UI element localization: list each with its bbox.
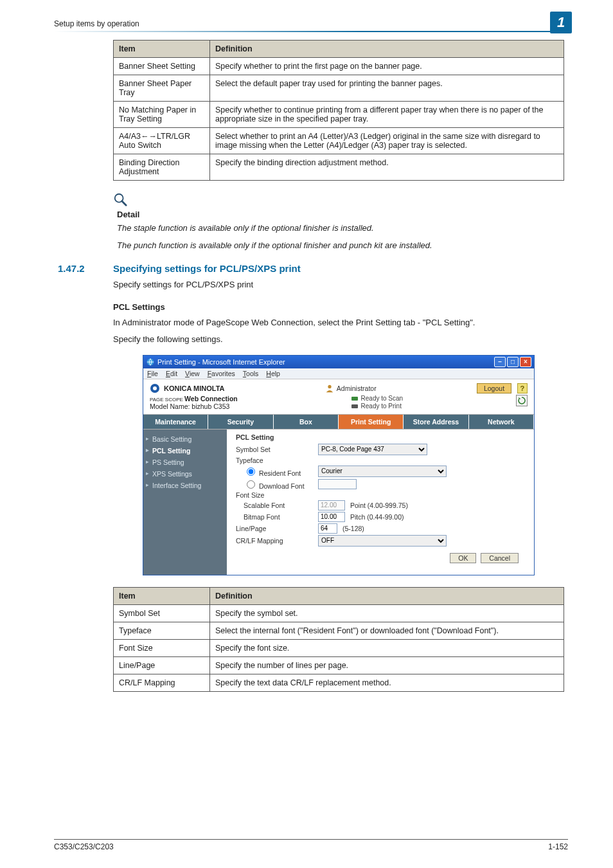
menu-favorites[interactable]: Favorites (208, 370, 235, 377)
maximize-button[interactable]: □ (507, 357, 519, 367)
svg-rect-6 (351, 397, 358, 401)
refresh-icon (518, 397, 526, 404)
sidebar-item-interface[interactable]: Interface Setting (143, 480, 227, 491)
input-bitmap-font[interactable] (318, 512, 345, 522)
sidebar-item-pcl[interactable]: PCL Setting (143, 445, 227, 457)
table-row: Binding Direction Adjustment Specify the… (114, 154, 564, 181)
ready-scan-label: Ready to Scan (361, 395, 404, 402)
table-row: CR/LF Mapping Specify the text data CR/L… (114, 674, 564, 691)
th-definition: Definition (210, 587, 564, 604)
tab-box[interactable]: Box (274, 415, 339, 429)
magnifier-icon (113, 192, 127, 206)
table-row: Line/Page Specify the number of lines pe… (114, 656, 564, 674)
sidebar-item-basic[interactable]: Basic Setting (143, 433, 227, 445)
cell-item: Banner Sheet Setting (114, 58, 210, 75)
table-row: Banner Sheet Setting Specify whether to … (114, 58, 564, 75)
th-definition: Definition (210, 41, 564, 58)
brand-name: KONICA MINOLTA (164, 384, 225, 392)
cell-item: Banner Sheet Paper Tray (114, 75, 210, 102)
range-line-page: (5-128) (342, 525, 364, 532)
ready-print-label: Ready to Print (361, 402, 402, 410)
menu-tools[interactable]: Tools (243, 370, 259, 377)
sub-heading: PCL Settings (113, 302, 564, 312)
input-download-font[interactable] (318, 479, 357, 489)
tab-bar: Maintenance Security Box Print Setting S… (143, 414, 534, 429)
svg-line-1 (122, 201, 126, 205)
cancel-button[interactable]: Cancel (481, 553, 519, 563)
refresh-button[interactable] (516, 395, 528, 406)
label-typeface: Typeface (236, 457, 313, 464)
section-para-2: Specify the following settings. (113, 334, 564, 345)
label-bitmap-font: Bitmap Font (236, 513, 313, 521)
cell-item: A4/A3←→LTR/LGR Auto Switch (114, 128, 210, 154)
close-button[interactable]: × (520, 357, 531, 367)
tab-store-address[interactable]: Store Address (404, 415, 468, 429)
label-line-page: Line/Page (236, 525, 313, 532)
label-resident-font: Resident Font (259, 469, 301, 477)
detail-text-1: The staple function is available only if… (117, 223, 564, 233)
section-title: Specifying settings for PCL/PS/XPS print (113, 263, 301, 274)
footer-right: 1-152 (548, 842, 568, 851)
definitions-table-top: Item Definition Banner Sheet Setting Spe… (113, 40, 564, 181)
sidebar-item-xps[interactable]: XPS Settings (143, 468, 227, 480)
menu-edit[interactable]: Edit (166, 370, 177, 377)
ok-button[interactable]: OK (450, 553, 476, 563)
window-title: Print Setting - Microsoft Internet Explo… (157, 358, 285, 366)
web-connection-label: Web Connection (184, 395, 238, 402)
cell-item: Font Size (114, 639, 210, 656)
svg-point-5 (328, 384, 331, 388)
brand-logo-icon (150, 383, 160, 393)
definitions-table-bottom: Item Definition Symbol Set Specify the s… (113, 587, 564, 692)
label-crlf-mapping: CR/LF Mapping (236, 537, 313, 545)
admin-label: Administrator (337, 384, 377, 392)
cell-def: Specify the binding direction adjustment… (210, 154, 564, 181)
chapter-badge: 1 (550, 12, 572, 33)
browser-menubar: File Edit View Favorites Tools Help (143, 368, 534, 379)
sidebar-item-ps[interactable]: PS Setting (143, 457, 227, 468)
label-font-size: Font Size (236, 491, 313, 499)
ie-app-icon (146, 357, 155, 366)
table-row: Banner Sheet Paper Tray Select the defau… (114, 75, 564, 102)
tab-security[interactable]: Security (208, 415, 273, 429)
input-scalable-font[interactable] (318, 500, 345, 511)
menu-help[interactable]: Help (266, 370, 280, 377)
tab-print-setting[interactable]: Print Setting (339, 415, 404, 429)
window-titlebar: Print Setting - Microsoft Internet Explo… (143, 356, 534, 368)
select-resident-font[interactable]: Courier (318, 466, 447, 477)
radio-resident-font[interactable] (247, 467, 255, 476)
side-nav: Basic Setting PCL Setting PS Setting XPS… (143, 429, 227, 575)
header-rule (54, 31, 568, 32)
tab-network[interactable]: Network (469, 415, 534, 429)
range-scalable: Point (4.00-999.75) (350, 502, 408, 509)
range-bitmap: Pitch (0.44-99.00) (350, 513, 404, 521)
label-symbol-set: Symbol Set (236, 446, 313, 453)
logout-button[interactable]: Logout (477, 383, 511, 393)
cell-item: Symbol Set (114, 604, 210, 622)
cell-def: Select the default paper tray used for p… (210, 75, 564, 102)
th-item: Item (114, 41, 210, 58)
select-crlf-mapping[interactable]: OFF (318, 535, 447, 547)
section-intro: Specify settings for PCL/PS/XPS print (113, 279, 564, 291)
minimize-button[interactable]: – (494, 357, 506, 367)
cell-def: Select whether to print an A4 (Letter)/A… (210, 128, 564, 154)
pagescope-prefix: PAGE SCOPE (150, 397, 184, 402)
tab-maintenance[interactable]: Maintenance (143, 415, 208, 429)
footer-left: C353/C253/C203 (54, 842, 114, 851)
detail-text-2: The punch function is available only if … (117, 240, 564, 250)
table-row: Font Size Specify the font size. (114, 639, 564, 656)
radio-download-font[interactable] (247, 480, 255, 489)
menu-view[interactable]: View (185, 370, 200, 377)
menu-file[interactable]: File (147, 370, 158, 377)
table-row: Typeface Select the internal font ("Resi… (114, 622, 564, 639)
section-number: 1.47.2 (54, 263, 98, 274)
input-line-page[interactable] (318, 523, 337, 534)
cell-def: Specify the number of lines per page. (210, 656, 564, 674)
table-row: Symbol Set Specify the symbol set. (114, 604, 564, 622)
help-icon[interactable]: ? (517, 383, 528, 393)
label-download-font: Download Font (259, 482, 305, 490)
cell-item: Typeface (114, 622, 210, 639)
cell-def: Specify whether to continue printing fro… (210, 102, 564, 128)
cell-def: Specify the text data CR/LF replacement … (210, 674, 564, 691)
select-symbol-set[interactable]: PC-8, Code Page 437 (318, 444, 427, 455)
svg-rect-7 (351, 404, 358, 408)
